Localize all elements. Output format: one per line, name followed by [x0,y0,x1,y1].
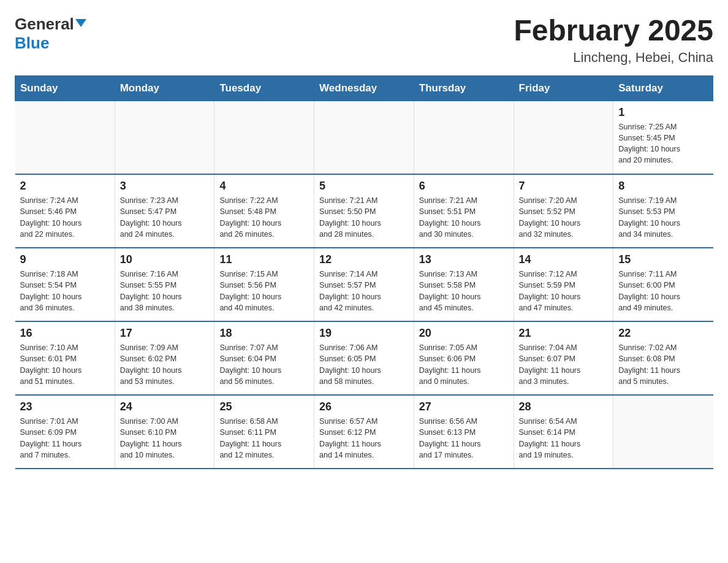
day-info: Sunrise: 7:15 AMSunset: 5:56 PMDaylight:… [219,269,309,313]
day-number: 16 [20,327,110,340]
day-info: Sunrise: 7:05 AMSunset: 6:06 PMDaylight:… [419,342,509,387]
day-number: 23 [20,400,110,413]
day-info: Sunrise: 7:04 AMSunset: 6:07 PMDaylight:… [519,342,609,387]
calendar-day-cell: 25Sunrise: 6:58 AMSunset: 6:11 PMDayligh… [214,395,314,469]
day-of-week-header: Saturday [613,75,713,101]
day-number: 11 [219,253,309,266]
day-number: 19 [319,327,409,340]
logo-blue: Blue [15,34,49,53]
page-header: General Blue February 2025 Lincheng, Heb… [15,15,713,66]
day-info: Sunrise: 7:22 AMSunset: 5:48 PMDaylight:… [219,195,309,240]
day-number: 21 [519,327,609,340]
day-info: Sunrise: 7:12 AMSunset: 5:59 PMDaylight:… [519,269,609,313]
calendar-day-cell [214,101,314,174]
calendar-week-row: 9Sunrise: 7:18 AMSunset: 5:54 PMDaylight… [15,248,713,321]
calendar-day-cell: 24Sunrise: 7:00 AMSunset: 6:10 PMDayligh… [115,395,214,469]
day-info: Sunrise: 6:57 AMSunset: 6:12 PMDaylight:… [319,416,409,461]
day-number: 12 [319,253,409,266]
calendar-week-row: 1Sunrise: 7:25 AMSunset: 5:45 PMDaylight… [15,101,713,174]
day-number: 28 [519,400,609,413]
calendar-day-cell: 20Sunrise: 7:05 AMSunset: 6:06 PMDayligh… [414,321,514,395]
calendar-day-cell: 17Sunrise: 7:09 AMSunset: 6:02 PMDayligh… [115,321,214,395]
day-number: 20 [419,327,509,340]
calendar-body: 1Sunrise: 7:25 AMSunset: 5:45 PMDaylight… [15,101,713,469]
title-block: February 2025 Lincheng, Hebei, China [514,15,713,66]
calendar-day-cell: 10Sunrise: 7:16 AMSunset: 5:55 PMDayligh… [115,248,214,321]
calendar-day-cell: 12Sunrise: 7:14 AMSunset: 5:57 PMDayligh… [314,248,414,321]
day-info: Sunrise: 7:09 AMSunset: 6:02 PMDaylight:… [120,342,210,387]
calendar-day-cell: 7Sunrise: 7:20 AMSunset: 5:52 PMDaylight… [514,174,613,248]
calendar-day-cell: 28Sunrise: 6:54 AMSunset: 6:14 PMDayligh… [514,395,613,469]
day-info: Sunrise: 7:24 AMSunset: 5:46 PMDaylight:… [20,195,110,240]
day-of-week-header: Monday [115,75,214,101]
day-info: Sunrise: 7:21 AMSunset: 5:50 PMDaylight:… [319,195,409,240]
calendar-week-row: 16Sunrise: 7:10 AMSunset: 6:01 PMDayligh… [15,321,713,395]
logo: General Blue [15,15,86,53]
calendar-day-cell: 16Sunrise: 7:10 AMSunset: 6:01 PMDayligh… [15,321,115,395]
calendar-day-cell: 19Sunrise: 7:06 AMSunset: 6:05 PMDayligh… [314,321,414,395]
day-info: Sunrise: 7:01 AMSunset: 6:09 PMDaylight:… [20,416,110,461]
calendar-day-cell [414,101,514,174]
calendar-day-cell: 3Sunrise: 7:23 AMSunset: 5:47 PMDaylight… [115,174,214,248]
calendar-day-cell: 18Sunrise: 7:07 AMSunset: 6:04 PMDayligh… [214,321,314,395]
calendar-day-cell: 4Sunrise: 7:22 AMSunset: 5:48 PMDaylight… [214,174,314,248]
day-number: 10 [120,253,210,266]
day-number: 15 [618,253,708,266]
day-number: 6 [419,180,509,193]
calendar-day-cell: 22Sunrise: 7:02 AMSunset: 6:08 PMDayligh… [613,321,713,395]
day-number: 24 [120,400,210,413]
calendar-day-cell: 13Sunrise: 7:13 AMSunset: 5:58 PMDayligh… [414,248,514,321]
calendar-day-cell: 2Sunrise: 7:24 AMSunset: 5:46 PMDaylight… [15,174,115,248]
calendar-day-cell: 5Sunrise: 7:21 AMSunset: 5:50 PMDaylight… [314,174,414,248]
calendar-day-cell [613,395,713,469]
calendar-title: February 2025 [514,15,713,47]
day-number: 17 [120,327,210,340]
calendar-header: SundayMondayTuesdayWednesdayThursdayFrid… [15,75,713,101]
day-number: 13 [419,253,509,266]
calendar-day-cell [15,101,115,174]
day-of-week-header: Thursday [414,75,514,101]
calendar-week-row: 2Sunrise: 7:24 AMSunset: 5:46 PMDaylight… [15,174,713,248]
day-number: 14 [519,253,609,266]
day-number: 1 [618,106,708,119]
day-info: Sunrise: 7:25 AMSunset: 5:45 PMDaylight:… [618,121,708,166]
day-number: 7 [519,180,609,193]
day-of-week-header: Friday [514,75,613,101]
day-number: 27 [419,400,509,413]
day-info: Sunrise: 6:58 AMSunset: 6:11 PMDaylight:… [219,416,309,461]
calendar-day-cell: 11Sunrise: 7:15 AMSunset: 5:56 PMDayligh… [214,248,314,321]
header-row: SundayMondayTuesdayWednesdayThursdayFrid… [15,75,713,101]
day-number: 18 [219,327,309,340]
day-of-week-header: Wednesday [314,75,414,101]
day-info: Sunrise: 7:23 AMSunset: 5:47 PMDaylight:… [120,195,210,240]
calendar-day-cell: 21Sunrise: 7:04 AMSunset: 6:07 PMDayligh… [514,321,613,395]
day-number: 4 [219,180,309,193]
day-info: Sunrise: 7:06 AMSunset: 6:05 PMDaylight:… [319,342,409,387]
calendar-day-cell: 1Sunrise: 7:25 AMSunset: 5:45 PMDaylight… [613,101,713,174]
day-info: Sunrise: 7:16 AMSunset: 5:55 PMDaylight:… [120,269,210,313]
day-number: 8 [618,180,708,193]
day-info: Sunrise: 7:21 AMSunset: 5:51 PMDaylight:… [419,195,509,240]
calendar-day-cell: 15Sunrise: 7:11 AMSunset: 6:00 PMDayligh… [613,248,713,321]
calendar-week-row: 23Sunrise: 7:01 AMSunset: 6:09 PMDayligh… [15,395,713,469]
day-info: Sunrise: 6:54 AMSunset: 6:14 PMDaylight:… [519,416,609,461]
day-info: Sunrise: 7:13 AMSunset: 5:58 PMDaylight:… [419,269,509,313]
calendar-day-cell [514,101,613,174]
day-info: Sunrise: 7:10 AMSunset: 6:01 PMDaylight:… [20,342,110,387]
day-info: Sunrise: 7:07 AMSunset: 6:04 PMDaylight:… [219,342,309,387]
day-of-week-header: Tuesday [214,75,314,101]
day-number: 9 [20,253,110,266]
calendar-day-cell: 8Sunrise: 7:19 AMSunset: 5:53 PMDaylight… [613,174,713,248]
calendar-day-cell: 14Sunrise: 7:12 AMSunset: 5:59 PMDayligh… [514,248,613,321]
day-number: 2 [20,180,110,193]
day-number: 5 [319,180,409,193]
calendar-day-cell [115,101,214,174]
day-number: 3 [120,180,210,193]
logo-arrow-icon [75,19,86,27]
calendar-day-cell: 26Sunrise: 6:57 AMSunset: 6:12 PMDayligh… [314,395,414,469]
calendar-day-cell: 23Sunrise: 7:01 AMSunset: 6:09 PMDayligh… [15,395,115,469]
day-info: Sunrise: 7:02 AMSunset: 6:08 PMDaylight:… [618,342,708,387]
day-number: 22 [618,327,708,340]
day-info: Sunrise: 7:18 AMSunset: 5:54 PMDaylight:… [20,269,110,313]
day-number: 26 [319,400,409,413]
